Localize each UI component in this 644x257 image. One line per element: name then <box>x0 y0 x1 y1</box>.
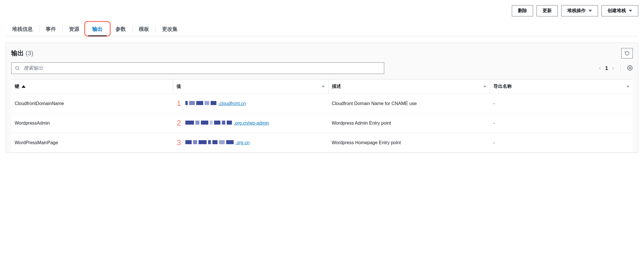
table-row: CloudfrontDomainName 1 .cloudfront.cn Cl… <box>11 94 633 113</box>
panel-title: 输出 (3) <box>11 49 33 58</box>
delete-button-label: 删除 <box>518 8 527 14</box>
update-button-label: 更新 <box>543 8 552 14</box>
refresh-button[interactable] <box>621 48 633 58</box>
prev-page-button[interactable]: ‹ <box>599 64 601 72</box>
action-bar: 删除 更新 堆栈操作 创建堆栈 <box>6 2 638 22</box>
cell-value: 3 .org.cn <box>173 133 328 153</box>
tab-template[interactable]: 模板 <box>132 22 155 36</box>
search-box[interactable] <box>11 62 384 74</box>
tab-label: 模板 <box>139 26 149 32</box>
toolbar-row: ‹ 1 › <box>11 62 633 74</box>
cell-value: 1 .cloudfront.cn <box>173 94 328 113</box>
outputs-table: 键 值 描述 导出名称 <box>11 79 633 153</box>
cell-key: WordPressMainPage <box>11 133 173 153</box>
col-key-label: 键 <box>15 84 19 89</box>
cell-export: - <box>490 113 633 133</box>
stack-operations-button[interactable]: 堆栈操作 <box>561 5 598 16</box>
tab-bar: 堆栈信息 事件 资源 输出 参数 模板 更改集 <box>6 22 638 36</box>
table-header-row: 键 值 描述 导出名称 <box>11 79 633 94</box>
table-row: WordpressAdmin 2 .org.cn/wp-admin Wordpr… <box>11 113 633 133</box>
tab-events[interactable]: 事件 <box>39 22 62 36</box>
cell-key: WordpressAdmin <box>11 113 173 133</box>
col-export-name[interactable]: 导出名称 <box>490 79 633 94</box>
page-number: 1 <box>605 65 608 71</box>
cell-export: - <box>490 133 633 153</box>
annotation-number: 1 <box>176 99 181 108</box>
redacted-content <box>185 101 216 105</box>
gear-icon <box>627 65 633 71</box>
tab-label: 输出 <box>92 26 103 32</box>
caret-down-icon <box>322 86 325 87</box>
tab-outputs[interactable]: 输出 <box>86 22 109 36</box>
pagination: ‹ 1 › <box>599 64 614 72</box>
cell-key: CloudfrontDomainName <box>11 94 173 113</box>
tab-stack-info[interactable]: 堆栈信息 <box>6 22 39 36</box>
cell-export: - <box>490 94 633 113</box>
value-suffix: .org.cn <box>235 140 249 145</box>
cell-value: 2 .org.cn/wp-admin <box>173 113 328 133</box>
caret-down-icon <box>483 86 486 87</box>
next-page-button[interactable]: › <box>612 64 614 72</box>
redacted-content <box>185 121 232 125</box>
tab-resources[interactable]: 资源 <box>63 22 86 36</box>
sort-asc-icon <box>22 85 26 88</box>
svg-point-2 <box>629 67 631 68</box>
value-link[interactable]: .org.cn/wp-admin <box>185 121 269 126</box>
caret-down-icon <box>629 10 632 12</box>
search-icon <box>15 66 20 71</box>
update-button[interactable]: 更新 <box>537 5 558 16</box>
refresh-icon <box>624 51 630 56</box>
annotation-number: 2 <box>176 119 181 127</box>
cell-description: Cloudfront Domain Name for CNAME use <box>328 94 490 113</box>
tab-label: 参数 <box>116 26 126 32</box>
caret-down-icon <box>589 10 592 12</box>
cell-description: Wordpress Homepage Entry point <box>328 133 490 153</box>
caret-down-icon <box>626 86 629 87</box>
value-suffix: .org.cn/wp-admin <box>234 121 269 125</box>
tab-label: 堆栈信息 <box>12 26 33 32</box>
value-link[interactable]: .org.cn <box>185 140 249 145</box>
create-stack-button[interactable]: 创建堆栈 <box>601 5 638 16</box>
col-value-label: 值 <box>176 84 181 89</box>
table-row: WordPressMainPage 3 .org.cn Wordpress Ho… <box>11 133 633 153</box>
delete-button[interactable]: 删除 <box>512 5 533 16</box>
col-export-name-label: 导出名称 <box>493 84 512 89</box>
value-link[interactable]: .cloudfront.cn <box>185 101 246 106</box>
col-description-label: 描述 <box>332 84 341 89</box>
tab-parameters[interactable]: 参数 <box>109 22 132 36</box>
create-stack-label: 创建堆栈 <box>608 8 626 14</box>
tab-label: 资源 <box>69 26 79 32</box>
settings-button[interactable] <box>627 65 633 72</box>
panel-header: 输出 (3) <box>11 48 633 58</box>
redacted-content <box>185 140 234 144</box>
panel-title-text: 输出 <box>11 50 24 57</box>
cell-description: Wordpress Admin Entry point <box>328 113 490 133</box>
col-key[interactable]: 键 <box>11 79 173 94</box>
search-input[interactable] <box>23 65 380 71</box>
tab-label: 事件 <box>46 26 56 32</box>
svg-point-0 <box>16 66 18 69</box>
svg-line-1 <box>18 69 19 70</box>
value-suffix: .cloudfront.cn <box>218 101 246 106</box>
annotation-number: 3 <box>176 138 181 147</box>
panel-count: (3) <box>26 50 33 57</box>
divider <box>620 64 621 72</box>
stack-operations-label: 堆栈操作 <box>567 8 586 14</box>
col-description[interactable]: 描述 <box>328 79 490 94</box>
tab-label: 更改集 <box>162 26 178 32</box>
col-value[interactable]: 值 <box>173 79 328 94</box>
outputs-panel: 输出 (3) ‹ 1 › <box>6 43 638 153</box>
tab-changesets[interactable]: 更改集 <box>156 22 184 36</box>
